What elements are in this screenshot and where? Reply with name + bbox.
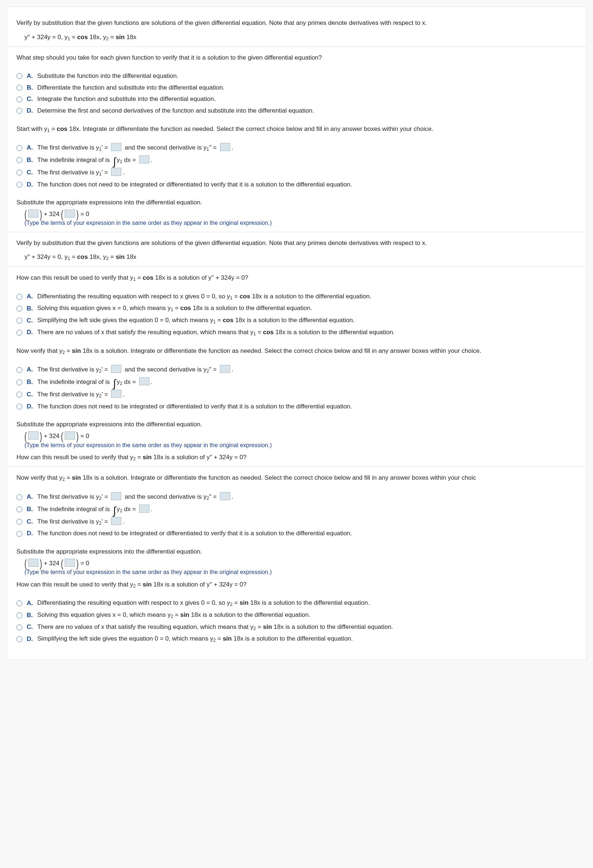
opt-label: D. — [26, 635, 33, 644]
opt-text: Integrate the function and substitute in… — [37, 95, 216, 104]
answer-input[interactable] — [111, 517, 121, 525]
verify-q-y2: How can this result be used to verify th… — [16, 454, 247, 461]
opt-text: The first derivative is y1′ = and the se… — [37, 143, 233, 153]
radio-d2-b[interactable] — [16, 379, 22, 385]
opt-label: B. — [26, 505, 33, 514]
answer-input[interactable] — [139, 505, 149, 512]
radio-d3-b[interactable] — [16, 506, 22, 512]
answer-input[interactable] — [111, 390, 121, 398]
sub-equation-3: () + 324 () = 0 — [25, 559, 577, 568]
answer-input[interactable] — [220, 365, 230, 373]
opt-text: Differentiating the resulting equation w… — [37, 292, 371, 302]
opt-text: The first derivative is y2′ = and the se… — [37, 492, 233, 502]
now-y2-repeat: Now verify that y2 = sin 18x is a soluti… — [16, 474, 476, 481]
radio-q1-b[interactable] — [16, 85, 22, 91]
opt-text: The first derivative is y2′ = . — [37, 517, 125, 527]
opt-label: D. — [26, 529, 33, 538]
radio-d3-c[interactable] — [16, 519, 22, 525]
sub-prompt-3: Substitute the appropriate expressions i… — [16, 547, 577, 557]
radio-d1-b[interactable] — [16, 157, 22, 163]
opt-text: Differentiate the function and substitut… — [37, 83, 225, 93]
opt-label: C. — [26, 623, 33, 632]
radio-v1-a[interactable] — [16, 294, 22, 300]
verify-q-y1: How can this result be used to verify th… — [16, 274, 249, 281]
answer-input[interactable] — [111, 365, 121, 373]
opt-text: Differentiating the resulting equation w… — [37, 599, 370, 608]
radio-v1-b[interactable] — [16, 306, 22, 311]
verify-q-y2-2: How can this result be used to verify th… — [16, 581, 247, 588]
now-y2: Now verify that y2 = sin 18x is a soluti… — [16, 347, 481, 354]
answer-input[interactable] — [139, 155, 149, 164]
radio-v2-d[interactable] — [16, 636, 22, 642]
opt-label: C. — [26, 316, 33, 325]
opt-label: C. — [26, 390, 33, 399]
answer-input[interactable] — [65, 431, 75, 440]
radio-q1-d[interactable] — [16, 108, 22, 114]
radio-d1-d[interactable] — [16, 182, 22, 187]
radio-q1-c[interactable] — [16, 96, 22, 102]
start-y1: Start with y1 = cos 18x. Integrate or di… — [16, 125, 433, 132]
opt-text: Simplifying the left side gives the equa… — [37, 316, 355, 325]
radio-d2-c[interactable] — [16, 391, 22, 397]
opt-label: C. — [26, 95, 33, 104]
opt-label: D. — [26, 180, 33, 189]
opt-label: C. — [26, 517, 33, 527]
opt-text: The first derivative is y2′ = . — [37, 390, 125, 400]
opt-label: A. — [26, 599, 33, 608]
answer-input[interactable] — [65, 559, 75, 567]
opt-label: A. — [26, 493, 33, 502]
opt-text: The first derivative is y1′ = . — [37, 168, 125, 178]
opt-text: The function does not need to be integra… — [37, 402, 352, 411]
answer-input[interactable] — [28, 559, 38, 567]
equation: y′′ + 324y = 0, y1 = cos 18x, y2 = sin 1… — [25, 33, 577, 43]
opt-text: There are no values of x that satisfy th… — [37, 623, 393, 632]
opt-label: B. — [26, 304, 33, 313]
answer-input[interactable] — [28, 431, 38, 440]
radio-d2-a[interactable] — [16, 367, 22, 373]
radio-v1-c[interactable] — [16, 318, 22, 323]
answer-input[interactable] — [111, 492, 121, 500]
radio-d1-c[interactable] — [16, 170, 22, 176]
radio-d2-d[interactable] — [16, 404, 22, 409]
radio-v2-a[interactable] — [16, 600, 22, 606]
opt-label: A. — [26, 292, 33, 301]
answer-input[interactable] — [111, 168, 121, 176]
radio-v1-d[interactable] — [16, 330, 22, 336]
opt-text: Determine the first and second derivativ… — [37, 106, 314, 115]
opt-label: A. — [26, 72, 33, 81]
opt-text: The indefinite integral of is ∫y2 dx = . — [37, 377, 153, 387]
opt-text: There are no values of x that satisfy th… — [37, 328, 394, 338]
intro-text: Verify by substitution that the given fu… — [16, 19, 577, 28]
opt-label: B. — [26, 156, 33, 165]
radio-v2-b[interactable] — [16, 613, 22, 618]
opt-label: A. — [26, 365, 33, 374]
opt-label: B. — [26, 83, 33, 93]
answer-input[interactable] — [220, 143, 230, 151]
opt-text: The function does not need to be integra… — [37, 529, 352, 538]
sub-equation-2: () + 324 () = 0 — [25, 431, 577, 441]
opt-label: A. — [26, 143, 33, 152]
radio-d3-a[interactable] — [16, 495, 22, 500]
opt-text: The indefinite integral of is ∫y2 dx = . — [37, 505, 153, 514]
radio-v2-c[interactable] — [16, 624, 22, 630]
sub-prompt-2: Substitute the appropriate expressions i… — [16, 420, 577, 429]
sub-hint-2: (Type the terms of your expression in th… — [25, 441, 577, 449]
radio-d1-a[interactable] — [16, 145, 22, 151]
answer-input[interactable] — [28, 210, 38, 217]
answer-input[interactable] — [220, 492, 230, 500]
sub-hint-3: (Type the terms of your expression in th… — [25, 568, 577, 576]
opt-text: Simplifying the left side gives the equa… — [37, 634, 353, 644]
answer-input[interactable] — [111, 143, 121, 151]
answer-input[interactable] — [139, 377, 149, 385]
opt-text: Substitute the function into the differe… — [37, 72, 178, 81]
opt-text: The indefinite integral of is ∫y1 dx = . — [37, 155, 153, 165]
radio-q1-a[interactable] — [16, 73, 22, 79]
radio-d3-d[interactable] — [16, 531, 22, 537]
intro-text-2: Verify by substitution that the given fu… — [16, 239, 577, 248]
question-1: What step should you take for each given… — [16, 53, 577, 62]
answer-input[interactable] — [65, 210, 75, 217]
sub-prompt: Substitute the appropriate expressions i… — [16, 198, 577, 207]
opt-label: C. — [26, 168, 33, 177]
opt-label: B. — [26, 378, 33, 387]
sub-hint: (Type the terms of your expression in th… — [25, 218, 577, 227]
